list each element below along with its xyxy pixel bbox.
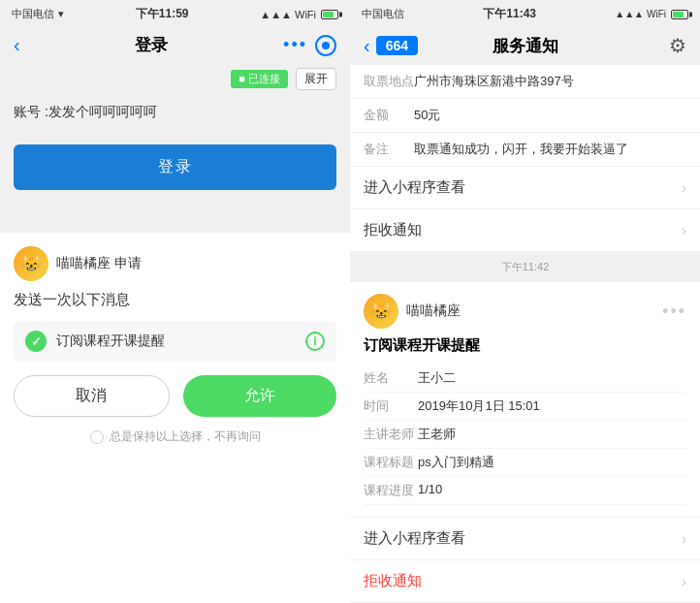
- keep-circle-checkbox[interactable]: [90, 430, 104, 444]
- settings-icon[interactable]: ⚙: [669, 34, 686, 57]
- info-icon[interactable]: i: [305, 332, 325, 351]
- msg-details: 姓名 王小二 时间 2019年10月1日 15:01 主讲老师 王老师 课程标题…: [364, 365, 686, 505]
- detail-row-2: 主讲老师 王老师: [364, 421, 686, 449]
- app-icon-left: 😸: [14, 246, 48, 281]
- detail-value-4: 1/10: [418, 482, 442, 499]
- amount-value: 50元: [414, 107, 686, 124]
- account-label: 账号 :发发个呵呵呵呵呵: [14, 104, 157, 119]
- more-options-button[interactable]: •••: [283, 35, 307, 55]
- msg-title: 订阅课程开课提醒: [364, 336, 686, 355]
- connected-bar: ■ 已连接 展开: [0, 64, 350, 94]
- message-label: 订阅课程开课提醒: [56, 333, 296, 350]
- nav-bar-left: ‹ 登录 •••: [0, 26, 350, 64]
- carrier-left: 中国电信 ▾: [12, 7, 64, 21]
- checkmark-icon: ✓: [31, 334, 42, 349]
- detail-row-3: 课程标题 ps入门到精通: [364, 449, 686, 477]
- nav-bar-right: ‹ 664 服务通知 ⚙: [350, 26, 700, 65]
- detail-label-0: 姓名: [364, 369, 418, 387]
- detail-value-1: 2019年10月1日 15:01: [418, 397, 540, 415]
- account-row: 账号 :发发个呵呵呵呵呵: [0, 94, 350, 131]
- wifi-bars-left: WiFi: [295, 9, 316, 20]
- login-btn-wrap: 登录: [0, 131, 350, 204]
- status-right-right: ▲▲▲ WiFi: [615, 9, 688, 19]
- target-icon: [322, 42, 330, 49]
- chevron-right-icon-2: ›: [682, 222, 686, 239]
- status-right-left: ▲▲▲ WiFi: [260, 9, 338, 20]
- page-title-left: 登录: [135, 34, 168, 56]
- cancel-button[interactable]: 取消: [14, 375, 170, 417]
- detail-value-2: 王老师: [418, 426, 456, 443]
- msg-card-header: 😸 喵喵橘座 •••: [364, 294, 686, 329]
- back-button-left[interactable]: ‹: [14, 34, 20, 56]
- back-button-right[interactable]: ‹: [364, 35, 370, 57]
- signal-icon-left: ▲▲▲: [260, 9, 292, 20]
- signal-icon-right: ▲▲▲: [615, 9, 644, 19]
- note-value: 取票通知成功，闪开，我要开始装逼了: [414, 141, 686, 158]
- app-name-request: 喵喵橘座 申请: [56, 255, 142, 272]
- check-circle-icon: ✓: [25, 331, 47, 352]
- amount-row: 金额 50元: [350, 99, 700, 133]
- reject-notify-btn-1[interactable]: 拒收通知 ›: [350, 209, 700, 252]
- target-button[interactable]: [315, 35, 336, 56]
- carrier-right: 中国电信: [362, 7, 404, 21]
- detail-label-4: 课程进度: [364, 482, 418, 499]
- detail-label-3: 课程标题: [364, 454, 418, 471]
- wifi-icon-left: ▾: [58, 8, 64, 20]
- permission-card: 😸 喵喵橘座 申请 发送一次以下消息 ✓ 订阅课程开课提醒 i 取消 允许 总是…: [0, 233, 350, 603]
- keep-option-row: 总是保持以上选择，不再询问: [14, 428, 336, 445]
- action-buttons: 取消 允许: [14, 375, 336, 417]
- time-left: 下午11:59: [136, 6, 189, 22]
- status-bar-left: 中国电信 ▾ 下午11:59 ▲▲▲ WiFi: [0, 0, 350, 26]
- msg-app-name: 喵喵橘座: [406, 302, 662, 320]
- service-notification-card: 取票地点 广州市海珠区新港中路397号 金额 50元 备注 取票通知成功，闪开，…: [350, 65, 700, 166]
- location-label: 取票地点: [364, 73, 414, 90]
- detail-value-3: ps入门到精通: [418, 454, 494, 471]
- chevron-right-icon-1: ›: [682, 179, 686, 197]
- carrier-text-left: 中国电信: [12, 7, 54, 21]
- battery-icon-left: [321, 10, 338, 19]
- connected-tag: ■ 已连接: [231, 70, 288, 88]
- reject-notify-btn-2[interactable]: 拒收通知 ›: [350, 559, 700, 602]
- detail-row-1: 时间 2019年10月1日 15:01: [364, 393, 686, 421]
- notification-badge: 664: [376, 36, 418, 55]
- enter-mini-program-btn-2[interactable]: 进入小程序查看 ›: [350, 517, 700, 559]
- login-button[interactable]: 登录: [14, 144, 336, 190]
- keep-option-label: 总是保持以上选择，不再询问: [110, 428, 261, 445]
- second-message-card: 😸 喵喵橘座 ••• 订阅课程开课提醒 姓名 王小二 时间 2019年10月1日…: [350, 282, 700, 517]
- note-label: 备注: [364, 141, 414, 158]
- msg-app-icon: 😸: [364, 294, 398, 329]
- time-divider: 下午11:42: [350, 252, 700, 282]
- chevron-right-icon-3: ›: [682, 530, 686, 548]
- page-title-right: 服务通知: [493, 35, 558, 57]
- message-item: ✓ 订阅课程开课提醒 i: [14, 321, 336, 362]
- enter-mini-program-btn-1[interactable]: 进入小程序查看 ›: [350, 167, 700, 209]
- note-row: 备注 取票通知成功，闪开，我要开始装逼了: [350, 133, 700, 166]
- detail-row-0: 姓名 王小二: [364, 365, 686, 393]
- allow-button[interactable]: 允许: [183, 375, 337, 417]
- mid-space: [0, 204, 350, 233]
- detail-row-4: 课程进度 1/10: [364, 477, 686, 505]
- expand-button[interactable]: 展开: [296, 68, 336, 90]
- app-info-row: 😸 喵喵橘座 申请: [14, 246, 336, 281]
- location-value: 广州市海珠区新港中路397号: [414, 73, 686, 90]
- detail-label-1: 时间: [364, 397, 418, 415]
- left-panel: 中国电信 ▾ 下午11:59 ▲▲▲ WiFi ‹ 登录 ••• ■ 已连接 展…: [0, 0, 350, 603]
- wifi-icon-right: WiFi: [647, 9, 666, 19]
- msg-more-button[interactable]: •••: [662, 302, 686, 322]
- detail-value-0: 王小二: [418, 369, 456, 387]
- chevron-right-icon-4: ›: [682, 573, 686, 590]
- location-row: 取票地点 广州市海珠区新港中路397号: [350, 65, 700, 99]
- send-msg-title: 发送一次以下消息: [14, 291, 336, 309]
- battery-icon-right: [671, 10, 688, 19]
- detail-label-2: 主讲老师: [364, 426, 418, 443]
- nav-right-icons-left: •••: [283, 35, 336, 56]
- status-bar-right: 中国电信 下午11:43 ▲▲▲ WiFi: [350, 0, 700, 26]
- amount-label: 金额: [364, 107, 414, 124]
- time-right: 下午11:43: [483, 6, 536, 22]
- right-panel: 中国电信 下午11:43 ▲▲▲ WiFi ‹ 664 服务通知 ⚙ 取票地点 …: [350, 0, 700, 603]
